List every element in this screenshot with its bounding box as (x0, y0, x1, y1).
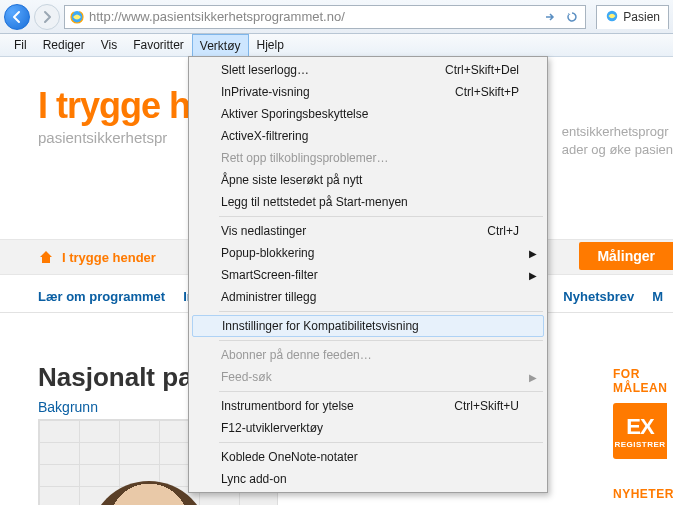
menu-separator (219, 216, 543, 217)
menu-item-label: Slett leserlogg… (221, 63, 309, 77)
nav-link[interactable]: M (652, 289, 663, 304)
menu-item-label: ActiveX-filtrering (221, 129, 308, 143)
menu-item[interactable]: InPrivate-visningCtrl+Skift+P (191, 81, 545, 103)
menu-item[interactable]: Popup-blokkering▶ (191, 242, 545, 264)
address-bar[interactable] (64, 5, 586, 29)
menu-item: Abonner på denne feeden… (191, 344, 545, 366)
menu-item-label: Rett opp tilkoblingsproblemer… (221, 151, 388, 165)
menu-item[interactable]: Aktiver Sporingsbeskyttelse (191, 103, 545, 125)
menu-item-label: Abonner på denne feeden… (221, 348, 372, 362)
article-title: Nasjonalt pas (38, 362, 207, 393)
menu-item-label: Vis nedlastinger (221, 224, 306, 238)
go-icon[interactable] (541, 8, 559, 26)
nav-back-button[interactable] (4, 4, 30, 30)
hero-right-line: ader og øke pasien (562, 141, 673, 159)
menu-rediger[interactable]: Rediger (35, 34, 93, 56)
menu-item-label: Instrumentbord for ytelse (221, 399, 354, 413)
menu-item[interactable]: Administrer tillegg (191, 286, 545, 308)
menu-separator (219, 340, 543, 341)
menu-fil[interactable]: Fil (6, 34, 35, 56)
ext-small: REGISTRER (614, 440, 665, 449)
menu-item[interactable]: F12-utviklerverktøy (191, 417, 545, 439)
menu-favoritter[interactable]: Favoritter (125, 34, 192, 56)
breadcrumb-home[interactable]: I trygge hender (62, 250, 156, 265)
menu-item-label: Legg til nettstedet på Start-menyen (221, 195, 408, 209)
menu-separator (219, 311, 543, 312)
menu-separator (219, 391, 543, 392)
menu-item: Rett opp tilkoblingsproblemer… (191, 147, 545, 169)
menu-item[interactable]: Lync add-on (191, 468, 545, 490)
menu-item: Feed-søk▶ (191, 366, 545, 388)
menu-separator (219, 442, 543, 443)
nyheter-heading: NYHETER (613, 487, 673, 501)
refresh-icon[interactable] (563, 8, 581, 26)
menu-item-label: Popup-blokkering (221, 246, 314, 260)
menu-item[interactable]: Koblede OneNote-notater (191, 446, 545, 468)
extranet-badge[interactable]: EX REGISTRER (613, 403, 667, 459)
menu-item-label: Administrer tillegg (221, 290, 316, 304)
menu-item[interactable]: Innstillinger for Kompatibilitetsvisning (192, 315, 544, 337)
menu-item[interactable]: ActiveX-filtrering (191, 125, 545, 147)
ext-big: EX (626, 414, 653, 440)
menu-item[interactable]: Slett leserlogg…Ctrl+Skift+Del (191, 59, 545, 81)
menu-item-label: Feed-søk (221, 370, 272, 384)
menu-item[interactable]: Instrumentbord for ytelseCtrl+Skift+U (191, 395, 545, 417)
nav-link[interactable]: Lær om programmet (38, 289, 165, 304)
menubar: FilRedigerVisFavoritterVerktøyHjelp (0, 34, 673, 57)
hero-right-line: entsikkerhetsprogr (562, 123, 673, 141)
ie-icon (69, 9, 85, 25)
submenu-arrow-icon: ▶ (529, 372, 537, 383)
menu-shortcut: Ctrl+J (487, 224, 519, 238)
menu-item-label: Koblede OneNote-notater (221, 450, 358, 464)
menu-item[interactable]: Legg til nettstedet på Start-menyen (191, 191, 545, 213)
menu-item-label: Innstillinger for Kompatibilitetsvisning (222, 319, 419, 333)
article-link[interactable]: Bakgrunn (38, 399, 207, 415)
menu-shortcut: Ctrl+Skift+Del (445, 63, 519, 77)
ie-icon (605, 9, 619, 26)
menu-item[interactable]: Åpne siste leserøkt på nytt (191, 169, 545, 191)
menu-item-label: SmartScreen-filter (221, 268, 318, 282)
malinger-button[interactable]: Målinger (579, 242, 673, 270)
menu-shortcut: Ctrl+Skift+P (455, 85, 519, 99)
tools-menu-dropdown: Slett leserlogg…Ctrl+Skift+DelInPrivate-… (188, 56, 548, 493)
menu-item-label: InPrivate-visning (221, 85, 310, 99)
menu-item-label: Aktiver Sporingsbeskyttelse (221, 107, 368, 121)
url-input[interactable] (89, 9, 537, 24)
submenu-arrow-icon: ▶ (529, 270, 537, 281)
menu-shortcut: Ctrl+Skift+U (454, 399, 519, 413)
menu-item-label: Lync add-on (221, 472, 287, 486)
nav-link[interactable]: Nyhetsbrev (563, 289, 634, 304)
submenu-arrow-icon: ▶ (529, 248, 537, 259)
nav-forward-button[interactable] (34, 4, 60, 30)
browser-tab[interactable]: Pasien (596, 5, 669, 29)
menu-hjelp[interactable]: Hjelp (249, 34, 292, 56)
side-heading: FOR MÅLEAN (613, 367, 673, 395)
menu-verktøy[interactable]: Verktøy (192, 34, 249, 56)
menu-vis[interactable]: Vis (93, 34, 125, 56)
menu-item-label: F12-utviklerverktøy (221, 421, 323, 435)
menu-item[interactable]: SmartScreen-filter▶ (191, 264, 545, 286)
menu-item[interactable]: Vis nedlastingerCtrl+J (191, 220, 545, 242)
home-icon (38, 249, 54, 265)
menu-item-label: Åpne siste leserøkt på nytt (221, 173, 362, 187)
tab-label: Pasien (623, 10, 660, 24)
